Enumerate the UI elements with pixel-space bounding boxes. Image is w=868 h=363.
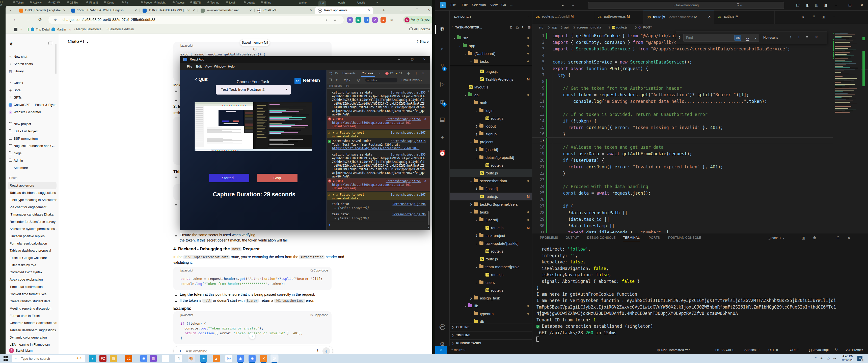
quit-button[interactable]: < Quit bbox=[194, 77, 208, 82]
background-tab[interactable]: Peopw bbox=[141, 1, 152, 4]
console-error-url[interactable]: http://localhost:5500/api/screenshot-dat… bbox=[332, 121, 430, 125]
sidebar-item[interactable]: CCanvaGPT — Poster & Flyer... bbox=[7, 101, 57, 108]
section-action-icon[interactable]: ⊟ bbox=[528, 26, 531, 29]
tree-item-projects[interactable]: ⌄projects bbox=[450, 138, 532, 146]
tab-close-icon[interactable]: ✕ bbox=[134, 8, 137, 12]
stop-button[interactable]: Stop bbox=[257, 174, 298, 182]
reload-button[interactable]: ⟳ bbox=[38, 17, 42, 22]
side-panel-icon[interactable] bbox=[14, 28, 18, 31]
console-filter-input[interactable]: Filter▽ bbox=[365, 78, 397, 82]
chat-history-item[interactable]: Dynamic color generation bbox=[7, 334, 57, 341]
whole-word-button[interactable]: ab bbox=[746, 36, 749, 43]
tree-item-assigntask[interactable]: ❯assign_task bbox=[450, 294, 532, 302]
editor-tab[interactable]: JSroute.js ...\[userId] M bbox=[532, 10, 594, 24]
xampp-icon[interactable]: ✕ bbox=[260, 355, 267, 362]
tree-item-routejs[interactable]: JSroute.js bbox=[450, 255, 532, 263]
bookmark-item[interactable]: Trip Detail bbox=[31, 28, 50, 31]
voice-mode-button[interactable]: ·|· bbox=[322, 348, 330, 354]
start-button[interactable] bbox=[3, 356, 8, 361]
find-next-button[interactable]: ↓ bbox=[798, 35, 800, 39]
minimize-button[interactable]: – bbox=[398, 58, 400, 61]
inspect-icon[interactable]: ⬚ bbox=[329, 71, 332, 75]
chat-history-item[interactable]: Time total confirmation bbox=[7, 283, 57, 290]
browser-tab[interactable]: www.english-welsh.net✕ bbox=[197, 7, 254, 14]
tree-item-routejs[interactable]: JSroute.js bbox=[450, 271, 532, 278]
tree-item-logout[interactable]: ❯logout bbox=[450, 122, 532, 130]
tab-close-icon[interactable]: ✕ bbox=[249, 8, 252, 12]
regex-button[interactable]: .* bbox=[754, 36, 756, 43]
toggle-sidebar-icon[interactable]: ◧ bbox=[806, 3, 809, 7]
background-tab[interactable]: Hiring bbox=[261, 1, 271, 4]
window-maximize-button[interactable]: ▢ bbox=[415, 8, 418, 11]
panel-action-icon[interactable]: ⛶ bbox=[837, 236, 839, 240]
tree-item-routejs[interactable]: JSroute.js bbox=[450, 161, 532, 169]
menu-[interactable]: ··· bbox=[510, 3, 514, 7]
background-tab[interactable]: + bbox=[376, 1, 378, 4]
console-screenshot-link[interactable]: https://chat.mcqstudy.com/ss/screenshot-… bbox=[332, 146, 430, 150]
devtools-scrollbar[interactable] bbox=[428, 211, 430, 225]
vscode-icon[interactable]: ✦ bbox=[200, 355, 207, 362]
attach-button[interactable]: + bbox=[179, 349, 182, 354]
match-case-button[interactable]: Aa bbox=[735, 35, 741, 41]
console-prompt[interactable]: ❯ bbox=[329, 223, 429, 227]
project-section-header[interactable]: ⌄TASK-MONITOR...🗋🗀↻⊟ bbox=[450, 24, 532, 32]
firefox-icon[interactable]: 🦊 bbox=[125, 355, 132, 362]
status-item[interactable]: Spaces: 2 bbox=[744, 348, 760, 352]
taskpro-icon[interactable]: 🖳 bbox=[271, 355, 278, 362]
search-in-url-icon[interactable]: ⌕ bbox=[326, 18, 328, 22]
console-source-link[interactable]: ScreenshotApp.js:256 bbox=[386, 179, 421, 183]
profile-row[interactable]: SSaiful Islam bbox=[5, 348, 59, 354]
toggle-secondary-icon[interactable]: ◨ bbox=[824, 3, 827, 7]
maximize-button[interactable]: ▢ bbox=[411, 58, 413, 61]
bookmark-item[interactable]: ⁖• Salesforce Admini... bbox=[101, 28, 136, 31]
context-selector[interactable]: top ▾ bbox=[344, 78, 350, 82]
copilot-status-icon[interactable]: ⛉ bbox=[835, 348, 838, 352]
run-debug-icon[interactable]: ▷ bbox=[439, 81, 446, 88]
forward-button[interactable]: → bbox=[26, 17, 31, 22]
devtools-menu-icon[interactable]: ⋮ bbox=[414, 72, 418, 75]
git-branch-indicator[interactable]: ⑂ main* ⟳ bbox=[451, 348, 466, 352]
background-tab[interactable]: Token bbox=[13, 1, 24, 4]
background-tab[interactable]: Access bbox=[173, 1, 184, 4]
editor-action-icon[interactable]: ⑂ bbox=[813, 14, 815, 19]
chat-history-item[interactable]: React app errors bbox=[7, 182, 57, 189]
tree-item-routejs[interactable]: JSroute.js bbox=[450, 169, 532, 177]
notepad-icon[interactable]: ▯ bbox=[175, 355, 182, 362]
chat-history-item[interactable]: Formula result calculation bbox=[7, 240, 57, 247]
extensions-puzzle-icon[interactable]: ⚿ bbox=[389, 17, 394, 23]
console-source-link[interactable]: ScreenshotApp.js:267 bbox=[391, 193, 426, 196]
tab-close-icon[interactable]: ✕ bbox=[368, 8, 370, 12]
more-tabs-icon[interactable]: » bbox=[378, 72, 380, 75]
bookmark-item[interactable]: ⁖• Martjin Salesforce bbox=[69, 28, 101, 31]
chat-history-item[interactable]: Create random student data bbox=[7, 298, 57, 305]
background-tab[interactable]: Co bbox=[318, 0, 326, 6]
chat-history-item[interactable]: Meeting reporting discussion bbox=[7, 305, 57, 312]
sidebar-item[interactable]: ▤Library bbox=[7, 68, 57, 75]
menu-item[interactable]: Window bbox=[214, 65, 225, 68]
background-tab[interactable]: IELTS bbox=[190, 1, 201, 4]
extension-icon[interactable]: ◉ bbox=[355, 17, 361, 23]
remote-indicator[interactable]: ⤫ bbox=[435, 346, 447, 354]
tree-item-taskupdatetaskId[interactable]: ⌄task-update\[taskId] bbox=[450, 239, 532, 247]
tree-item-teammemberproje[interactable]: ⌄team-member\[proje bbox=[450, 263, 532, 271]
find-prev-button[interactable]: ↑ bbox=[790, 35, 792, 39]
tab-console[interactable]: Console bbox=[362, 72, 373, 75]
sidebar-item[interactable]: ✎New chat bbox=[7, 53, 57, 60]
sidebar-scrollbar[interactable] bbox=[55, 44, 57, 74]
all-bookmarks[interactable]: All Bookma... bbox=[409, 28, 432, 31]
status-item[interactable]: ⏣ Not Committed Yet bbox=[657, 348, 690, 352]
background-tab[interactable]: anche bbox=[299, 1, 307, 4]
paint-icon[interactable]: 🎨 bbox=[188, 355, 195, 362]
stack-icon[interactable]: ⊕ bbox=[425, 117, 426, 121]
panel-tab-terminal[interactable]: TERMINAL bbox=[623, 236, 640, 241]
sidebar-item[interactable]: blogs bbox=[7, 150, 57, 157]
vlc-icon[interactable]: ▲ bbox=[213, 355, 220, 362]
bookmark-star-icon[interactable]: ☆ bbox=[333, 18, 337, 22]
menu-item[interactable]: Help bbox=[228, 65, 235, 68]
copilot-icon[interactable]: ⛉ ⌄ bbox=[737, 3, 742, 7]
chat-history-item[interactable]: Generate random Salesforce data bbox=[7, 319, 57, 326]
panel-tab-problems[interactable]: PROBLEMS bbox=[540, 236, 558, 239]
breadcrumb-item[interactable]: screenshot-data bbox=[577, 24, 601, 31]
log-levels-selector[interactable]: Default levels ▾ bbox=[401, 78, 422, 82]
clear-console-icon[interactable]: ⊘ bbox=[336, 78, 339, 82]
